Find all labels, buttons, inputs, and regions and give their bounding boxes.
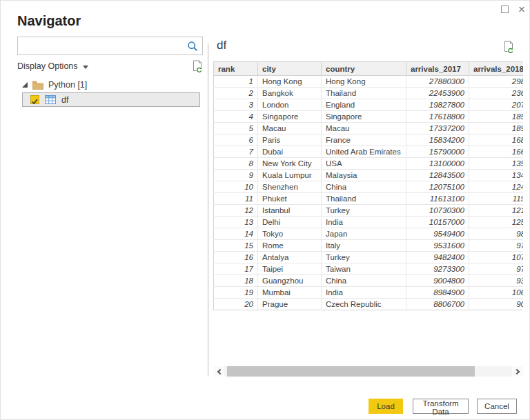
table-cell-arrivals_2017: 9273300 bbox=[406, 263, 469, 275]
table-cell-city: New York City bbox=[258, 158, 322, 170]
table-row: 14TokyoJapan954940098 bbox=[214, 228, 524, 240]
horizontal-scrollbar[interactable] bbox=[213, 366, 523, 377]
search-input[interactable] bbox=[18, 37, 187, 54]
search-icon[interactable] bbox=[187, 41, 198, 52]
table-cell-rank: 19 bbox=[214, 287, 258, 299]
table-cell-country: Thailand bbox=[322, 88, 406, 99]
table-cell-arrivals_2017: 8806700 bbox=[406, 299, 469, 310]
table-row: 8New York CityUSA13100000135 bbox=[214, 158, 524, 170]
table-cell-arrivals_2018: 106 bbox=[469, 287, 524, 299]
df-checkbox[interactable] bbox=[30, 95, 39, 104]
table-cell-country: Malaysia bbox=[322, 170, 406, 181]
table-header-row: rankcitycountryarrivals_2017arrivals_201… bbox=[214, 62, 524, 76]
table-row: 18GuangzhouChina900480093 bbox=[214, 275, 524, 287]
table-cell-arrivals_2017: 9549400 bbox=[406, 228, 469, 240]
column-header-rank: rank bbox=[214, 62, 258, 76]
panel-divider bbox=[208, 43, 208, 377]
table-cell-city: Mumbai bbox=[258, 287, 322, 299]
table-cell-rank: 3 bbox=[214, 99, 258, 111]
display-options-dropdown[interactable]: Display Options bbox=[17, 61, 88, 71]
tree-item-df[interactable]: df bbox=[22, 92, 200, 107]
scrollbar-thumb[interactable] bbox=[227, 366, 475, 377]
table-cell-country: China bbox=[322, 181, 406, 193]
table-cell-rank: 4 bbox=[214, 111, 258, 123]
table-cell-arrivals_2018: 124 bbox=[469, 181, 524, 193]
table-cell-arrivals_2018: 189 bbox=[469, 123, 524, 134]
table-cell-country: Czech Republic bbox=[322, 299, 406, 310]
table-row: 6ParisFrance15834200168 bbox=[214, 134, 524, 146]
table-cell-rank: 5 bbox=[214, 123, 258, 134]
table-cell-rank: 2 bbox=[214, 88, 258, 99]
tree-item-label: df bbox=[61, 95, 68, 105]
table-cell-arrivals_2018: 166 bbox=[469, 146, 524, 158]
table-cell-city: Kuala Lumpur bbox=[258, 170, 322, 181]
table-cell-rank: 7 bbox=[214, 146, 258, 158]
table-cell-arrivals_2017: 9482400 bbox=[406, 252, 469, 263]
close-icon[interactable]: × bbox=[518, 5, 525, 14]
scroll-left-button[interactable] bbox=[213, 366, 224, 377]
table-cell-rank: 9 bbox=[214, 170, 258, 181]
table-cell-rank: 6 bbox=[214, 134, 258, 146]
table-cell-country: Macau bbox=[322, 123, 406, 134]
cancel-button[interactable]: Cancel bbox=[477, 399, 517, 414]
column-header-arrivals_2017: arrivals_2017 bbox=[406, 62, 469, 76]
chevron-left-icon bbox=[217, 368, 222, 374]
table-cell-country: Turkey bbox=[322, 205, 406, 217]
table-cell-arrivals_2018: 207 bbox=[469, 99, 524, 111]
table-cell-rank: 18 bbox=[214, 275, 258, 287]
table-cell-city: Istanbul bbox=[258, 205, 322, 217]
table-cell-country: England bbox=[322, 99, 406, 111]
scrollbar-track[interactable] bbox=[224, 366, 512, 377]
chevron-right-icon bbox=[513, 368, 519, 374]
table-row: 13DelhiIndia10157000125 bbox=[214, 217, 524, 228]
table-cell-arrivals_2018: 121 bbox=[469, 205, 524, 217]
transform-data-button[interactable]: Transform Data bbox=[413, 399, 469, 414]
table-cell-arrivals_2018: 298 bbox=[469, 76, 524, 88]
table-cell-arrivals_2018: 185 bbox=[469, 111, 524, 123]
table-cell-arrivals_2018: 135 bbox=[469, 158, 524, 170]
table-row: 16AntalyaTurkey9482400107 bbox=[214, 252, 524, 263]
table-cell-city: Shenzhen bbox=[258, 181, 322, 193]
table-cell-arrivals_2018: 97 bbox=[469, 240, 524, 252]
navigator-tree: Python [1] df bbox=[17, 78, 203, 107]
table-cell-arrivals_2017: 13100000 bbox=[406, 158, 469, 170]
preview-table-container: rankcitycountryarrivals_2017arrivals_201… bbox=[213, 61, 523, 337]
table-cell-city: Prague bbox=[258, 299, 322, 310]
table-cell-arrivals_2017: 27880300 bbox=[406, 76, 469, 88]
expand-collapse-icon[interactable] bbox=[22, 82, 28, 88]
table-cell-rank: 16 bbox=[214, 252, 258, 263]
table-cell-arrivals_2018: 90 bbox=[469, 299, 524, 310]
column-header-city: city bbox=[258, 62, 322, 76]
table-icon bbox=[45, 95, 56, 104]
table-cell-city: Guangzhou bbox=[258, 275, 322, 287]
folder-icon bbox=[32, 81, 43, 90]
maximize-icon[interactable] bbox=[501, 6, 509, 13]
table-cell-country: Japan bbox=[322, 228, 406, 240]
scroll-right-button[interactable] bbox=[512, 366, 523, 377]
load-button[interactable]: Load bbox=[369, 399, 403, 414]
refresh-preview-icon[interactable] bbox=[503, 41, 514, 54]
table-cell-arrivals_2017: 15790000 bbox=[406, 146, 469, 158]
tree-node-python[interactable]: Python [1] bbox=[17, 78, 203, 92]
table-cell-city: Paris bbox=[258, 134, 322, 146]
table-cell-city: Delhi bbox=[258, 217, 322, 228]
table-cell-country: Turkey bbox=[322, 252, 406, 263]
table-cell-arrivals_2018: 168 bbox=[469, 134, 524, 146]
column-header-arrivals_2018: arrivals_2018 bbox=[469, 62, 524, 76]
window-controls: × bbox=[501, 5, 525, 14]
table-row: 20PragueCzech Republic880670090 bbox=[214, 299, 524, 310]
table-row: 4SingaporeSingapore17618800185 bbox=[214, 111, 524, 123]
table-cell-arrivals_2018: 125 bbox=[469, 217, 524, 228]
table-cell-arrivals_2018: 93 bbox=[469, 275, 524, 287]
refresh-sources-icon[interactable] bbox=[192, 60, 203, 73]
table-cell-country: United Arab Emirates bbox=[322, 146, 406, 158]
table-cell-rank: 8 bbox=[214, 158, 258, 170]
table-row: 3LondonEngland19827800207 bbox=[214, 99, 524, 111]
dialog-title: Navigator bbox=[17, 13, 81, 29]
table-cell-arrivals_2018: 97 bbox=[469, 263, 524, 275]
display-options-label: Display Options bbox=[17, 61, 78, 71]
table-cell-arrivals_2017: 10157000 bbox=[406, 217, 469, 228]
table-cell-country: China bbox=[322, 275, 406, 287]
table-cell-arrivals_2017: 9004800 bbox=[406, 275, 469, 287]
table-cell-arrivals_2017: 22453900 bbox=[406, 88, 469, 99]
